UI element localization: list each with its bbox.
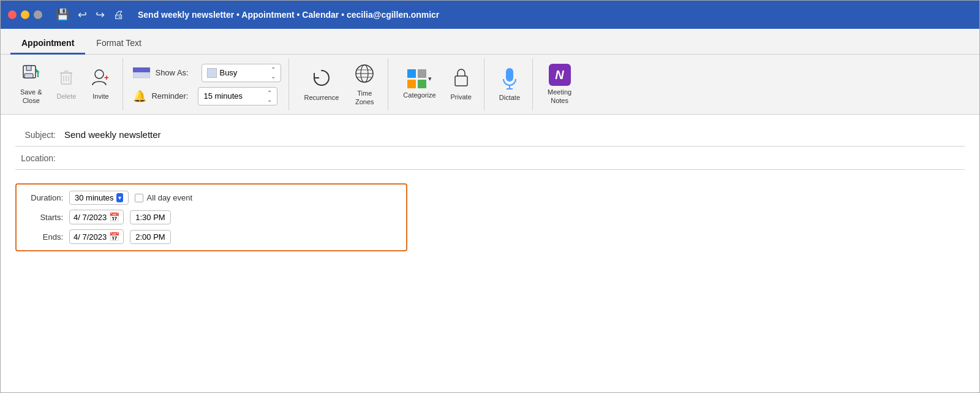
delete-icon xyxy=(58,68,75,90)
dictate-icon xyxy=(501,67,518,91)
ends-date-input[interactable]: 4/ 7/2023 📅 xyxy=(69,229,124,244)
close-button[interactable] xyxy=(8,10,17,19)
datetime-wrapper: Duration: 30 minutes ▾ All day event Sta… xyxy=(15,177,965,251)
bell-icon: 🔔 xyxy=(133,90,146,103)
svg-rect-11 xyxy=(133,67,150,72)
redo-icon[interactable]: ↪ xyxy=(96,8,105,21)
location-row: Location: xyxy=(15,147,965,170)
meeting-notes-label: MeetingNotes xyxy=(548,88,571,104)
invite-button[interactable]: + Invite xyxy=(86,66,115,103)
show-as-chevrons: ⌃⌄ xyxy=(271,66,276,80)
time-zones-icon xyxy=(353,63,375,87)
delete-label: Delete xyxy=(57,93,77,101)
show-as-select[interactable]: Busy ⌃⌄ xyxy=(202,64,281,82)
print-icon[interactable]: 🖨 xyxy=(113,9,124,21)
starts-date-value: 4/ 7/2023 xyxy=(74,213,107,222)
undo-icon[interactable]: ↩ xyxy=(78,8,87,21)
window-title: Send weekly newsletter • Appointment • C… xyxy=(138,10,439,20)
group-categorize: ▾ Categorize Private xyxy=(391,58,484,110)
group-dictate: Dictate xyxy=(487,58,533,110)
private-label: Private xyxy=(451,93,472,101)
ends-label: Ends: xyxy=(26,232,63,242)
categorize-icon: ▾ xyxy=(407,69,432,89)
svg-rect-2 xyxy=(24,74,33,78)
duration-row: Duration: 30 minutes ▾ All day event xyxy=(26,191,396,205)
dictate-label: Dictate xyxy=(499,94,520,102)
time-zones-label: TimeZones xyxy=(355,90,374,105)
dictate-button[interactable]: Dictate xyxy=(494,64,525,104)
duration-label: Duration: xyxy=(26,193,63,202)
subject-input[interactable] xyxy=(64,129,965,140)
ends-calendar-icon[interactable]: 📅 xyxy=(109,232,119,242)
recurrence-icon xyxy=(311,67,333,91)
show-as-value: Busy xyxy=(219,68,237,77)
tab-appointment[interactable]: Appointment xyxy=(10,33,85,55)
minimize-button[interactable] xyxy=(21,10,29,19)
starts-row: Starts: 4/ 7/2023 📅 1:30 PM xyxy=(26,210,396,224)
meeting-notes-button[interactable]: N MeetingNotes xyxy=(543,61,576,107)
reminder-select[interactable]: 15 minutes ⌃⌄ xyxy=(198,87,277,105)
ribbon-toolbar: Save &Close Delete xyxy=(1,55,979,115)
group-meeting-notes: N MeetingNotes xyxy=(535,58,584,110)
zoom-button[interactable] xyxy=(34,10,42,19)
duration-chevron: ▾ xyxy=(116,193,123,202)
datetime-section: Duration: 30 minutes ▾ All day event Sta… xyxy=(15,183,407,251)
ends-time-input[interactable]: 2:00 PM xyxy=(130,230,170,244)
all-day-text: All day event xyxy=(147,193,192,202)
svg-rect-18 xyxy=(455,76,467,86)
title-bar-actions: 💾 ↩ ↪ 🖨 xyxy=(56,8,124,21)
starts-time-value: 1:30 PM xyxy=(135,213,165,222)
save-close-label: Save &Close xyxy=(20,88,42,104)
location-label: Location: xyxy=(15,153,64,163)
reminder-label: Reminder: xyxy=(151,91,193,101)
all-day-checkbox[interactable] xyxy=(135,194,143,202)
categorize-label: Categorize xyxy=(403,91,435,99)
duration-select[interactable]: 30 minutes ▾ xyxy=(69,191,129,205)
show-as-color xyxy=(207,68,217,78)
reminder-value: 15 minutes xyxy=(203,91,243,101)
save-close-icon xyxy=(21,64,41,86)
time-zones-button[interactable]: TimeZones xyxy=(349,60,380,108)
starts-calendar-icon[interactable]: 📅 xyxy=(109,212,119,222)
ribbon-tabs: Appointment Format Text xyxy=(1,29,979,55)
subject-row: Subject: xyxy=(15,123,965,147)
meeting-notes-icon: N xyxy=(549,64,571,86)
svg-rect-1 xyxy=(26,66,31,71)
ends-time-value: 2:00 PM xyxy=(135,232,165,242)
duration-value: 30 minutes xyxy=(75,193,114,202)
subject-label: Subject: xyxy=(15,130,64,140)
private-button[interactable]: Private xyxy=(446,65,477,104)
private-icon xyxy=(453,67,470,91)
starts-date-input[interactable]: 4/ 7/2023 📅 xyxy=(69,210,124,224)
starts-time-input[interactable]: 1:30 PM xyxy=(130,210,170,224)
traffic-lights xyxy=(8,10,42,19)
delete-button[interactable]: Delete xyxy=(51,66,81,103)
starts-label: Starts: xyxy=(26,213,63,222)
invite-icon: + xyxy=(91,68,110,90)
save-icon[interactable]: 💾 xyxy=(56,8,69,21)
group-recurrence: Recurrence TimeZones xyxy=(292,58,388,110)
show-as-row: Show As: Busy ⌃⌄ xyxy=(133,64,281,82)
reminder-row: 🔔 Reminder: 15 minutes ⌃⌄ xyxy=(133,87,281,105)
categorize-button[interactable]: ▾ Categorize xyxy=(398,67,440,102)
app-window: 💾 ↩ ↪ 🖨 Send weekly newsletter • Appoint… xyxy=(0,0,980,393)
content-area: Subject: Location: Duration: 30 minutes … xyxy=(1,115,979,260)
svg-text:+: + xyxy=(104,73,109,82)
group-show-reminder: Show As: Busy ⌃⌄ 🔔 Reminder: 15 minutes … xyxy=(126,58,289,110)
ends-date-value: 4/ 7/2023 xyxy=(74,232,107,242)
group-file-actions: Save &Close Delete xyxy=(8,58,123,110)
svg-rect-12 xyxy=(133,73,150,78)
tab-format-text[interactable]: Format Text xyxy=(85,33,153,55)
svg-point-9 xyxy=(95,70,104,78)
recurrence-label: Recurrence xyxy=(304,94,339,102)
all-day-label[interactable]: All day event xyxy=(135,193,192,202)
save-close-button[interactable]: Save &Close xyxy=(15,61,47,107)
ends-row: Ends: 4/ 7/2023 📅 2:00 PM xyxy=(26,229,396,244)
reminder-chevrons: ⌃⌄ xyxy=(267,90,272,103)
svg-rect-19 xyxy=(506,68,513,82)
location-input[interactable] xyxy=(64,153,965,163)
show-as-icon xyxy=(133,67,150,78)
recurrence-button[interactable]: Recurrence xyxy=(299,64,344,104)
invite-label: Invite xyxy=(92,93,108,101)
show-as-label: Show As: xyxy=(155,68,197,77)
